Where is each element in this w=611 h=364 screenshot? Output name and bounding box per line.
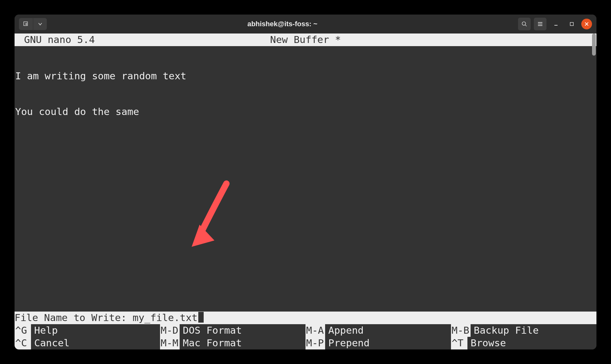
search-button[interactable]: [518, 18, 531, 30]
terminal-window: abhishek@its-foss: ~: [15, 15, 596, 349]
titlebar: abhishek@its-foss: ~: [15, 15, 596, 33]
annotation-arrow-icon: [185, 179, 236, 252]
svg-rect-9: [570, 22, 573, 26]
shortcut-key: ^G: [15, 324, 31, 337]
svg-line-4: [525, 25, 527, 26]
shortcut-browse[interactable]: ^T Browse: [451, 337, 596, 349]
hamburger-menu-button[interactable]: [534, 18, 546, 30]
shortcut-key: M-A: [306, 324, 325, 337]
close-button[interactable]: [581, 19, 592, 29]
new-tab-group: [19, 18, 47, 30]
shortcut-label: Help: [31, 325, 58, 337]
shortcut-cancel[interactable]: ^C Cancel: [15, 337, 160, 349]
new-tab-icon: [23, 21, 29, 27]
svg-point-3: [522, 22, 526, 25]
shortcut-key: M-P: [306, 337, 325, 349]
maximize-button[interactable]: [565, 18, 578, 30]
shortcut-label: Append: [325, 325, 364, 337]
shortcut-label: Browse: [467, 337, 506, 349]
nano-shortcut-bar: ^G Help M-D DOS Format M-A Append M-B Ba…: [15, 324, 596, 349]
shortcut-key: M-M: [160, 337, 180, 349]
shortcut-key: ^C: [15, 337, 31, 349]
nano-editor: GNU nano 5.4 New Buffer * I am writing s…: [15, 33, 596, 349]
titlebar-right: [518, 18, 592, 30]
tab-menu-button[interactable]: [33, 18, 47, 30]
window-title: abhishek@its-foss: ~: [49, 20, 515, 28]
chevron-down-icon: [38, 22, 42, 26]
minimize-icon: [553, 21, 559, 27]
nano-title-bar: GNU nano 5.4 New Buffer *: [15, 33, 596, 46]
nano-text-area[interactable]: I am writing some random text You could …: [15, 46, 596, 312]
titlebar-left: [19, 18, 47, 30]
close-icon: [584, 22, 589, 26]
shortcut-key: ^T: [451, 337, 467, 349]
shortcut-append[interactable]: M-A Append: [306, 324, 451, 337]
shortcut-label: Mac Format: [180, 337, 242, 349]
shortcut-label: Backup File: [471, 325, 539, 337]
shortcut-label: Cancel: [31, 337, 70, 349]
shortcut-label: Prepend: [325, 337, 370, 349]
maximize-icon: [569, 21, 575, 27]
scrollbar[interactable]: [591, 33, 596, 349]
hamburger-icon: [537, 21, 543, 27]
text-line: I am writing some random text: [15, 70, 596, 82]
shortcut-backup-file[interactable]: M-B Backup File: [451, 324, 596, 337]
filename-input[interactable]: my_file.txt: [133, 312, 197, 324]
prompt-label: File Name to Write:: [15, 312, 133, 324]
scrollbar-thumb[interactable]: [592, 33, 596, 56]
new-tab-button[interactable]: [19, 18, 33, 30]
svg-rect-0: [24, 22, 28, 26]
nano-save-prompt: File Name to Write: my_file.txt: [15, 312, 596, 324]
text-line: You could do the same: [15, 106, 596, 118]
shortcut-key: M-D: [160, 324, 180, 337]
minimize-button[interactable]: [550, 18, 562, 30]
nano-buffer-name: New Buffer *: [270, 34, 341, 46]
shortcut-help[interactable]: ^G Help: [15, 324, 160, 337]
terminal-area[interactable]: GNU nano 5.4 New Buffer * I am writing s…: [15, 33, 596, 349]
shortcut-prepend[interactable]: M-P Prepend: [306, 337, 451, 349]
shortcut-dos-format[interactable]: M-D DOS Format: [160, 324, 306, 337]
text-cursor: [198, 312, 204, 323]
search-icon: [521, 21, 528, 27]
shortcut-mac-format[interactable]: M-M Mac Format: [160, 337, 306, 349]
shortcut-key: M-B: [451, 324, 471, 337]
nano-version: GNU nano 5.4: [24, 34, 95, 46]
shortcut-label: DOS Format: [180, 325, 242, 337]
